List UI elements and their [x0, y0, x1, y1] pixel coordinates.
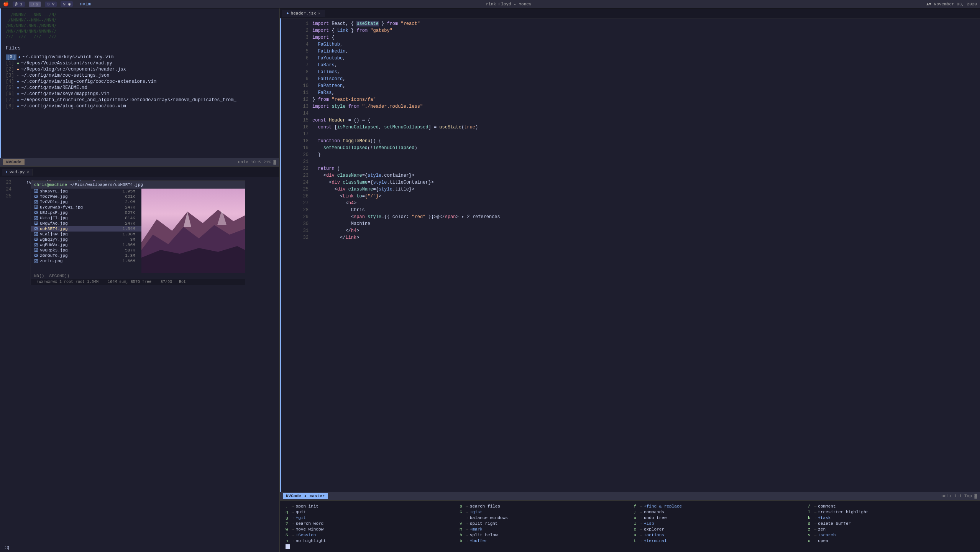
code-line: 17: [297, 131, 978, 138]
line-content: <div className={style.titleContainer}>: [312, 179, 976, 186]
kb-arrow: →: [640, 516, 643, 520]
line-number: 24: [2, 186, 15, 193]
line-number: 21: [299, 158, 312, 165]
line-number: 24: [299, 179, 312, 186]
code-line: 20 }: [297, 151, 978, 158]
vad-tab[interactable]: ● vad.py ✕: [2, 169, 33, 176]
cursor-block: _: [286, 544, 290, 549]
fm-row[interactable]: 🖼UMgEfAo.jpg247 K: [31, 221, 141, 226]
list-item[interactable]: [7] ♦ ~/Repos/data_structures_and_algori…: [6, 97, 273, 103]
nvim-top-area: /NNNN/---NNN---/N/ /NNNNN/--NNN--/NNN/ /…: [0, 8, 279, 158]
file-icon: ♦: [18, 55, 21, 59]
kb-key: l: [634, 521, 639, 526]
kb-key: d: [808, 521, 813, 526]
tab-close-button[interactable]: ✕: [26, 170, 29, 174]
list-item[interactable]: [0] ♦ ~/.config/nvim/keys/which-key.vim: [6, 54, 273, 60]
left-statusbar: NVCode unix 10:5 21% ▓: [0, 158, 279, 166]
kb-key: e: [634, 527, 639, 532]
file-list: [0] ♦ ~/.config/nvim/keys/which-key.vim …: [6, 54, 273, 109]
line-content: FaGithub,: [312, 41, 976, 48]
fm-row[interactable]: 🖼u7o3nwab7fy41.jpg247 K: [31, 205, 141, 210]
list-item[interactable]: [8] ♦ ~/.config/nvim/plug-config/coc/coc…: [6, 103, 273, 109]
code-line: 3 import {: [297, 34, 978, 41]
kb-arrow: →: [466, 539, 468, 543]
datetime: November 03, 2020: [934, 2, 977, 7]
fm-row-selected[interactable]: 🖼uoH3RT4.jpg1.54 M: [31, 226, 141, 232]
list-item[interactable]: [4] ♦ ~/.config/nvim/plug-config/coc/coc…: [6, 79, 273, 85]
fm-row[interactable]: 🖼UEJLpxP.jpg527 K: [31, 210, 141, 215]
tab-filename: vad.py: [10, 170, 25, 174]
tag-2[interactable]: □ 2: [29, 2, 41, 7]
kb-arrow: →: [466, 516, 468, 520]
kb-move-window: W → move window: [286, 527, 452, 532]
line-number: 9: [299, 76, 312, 82]
code-line: 19 setMenuCollapsed(!isMenuCollapsed): [297, 145, 978, 151]
kb-open: o → open: [808, 539, 974, 543]
command-line[interactable]: :q: [4, 545, 9, 550]
kb-lsp: l → +lsp: [634, 521, 800, 526]
list-item[interactable]: [5] ♦ ~/.config/nvim/README.md: [6, 85, 273, 91]
kb-arrow: →: [292, 510, 294, 514]
line-content: FaYoutube,: [312, 55, 976, 62]
line-number: 26: [299, 193, 312, 200]
line-content: <span style={{ color: "red" }}>@</span> …: [312, 214, 976, 220]
list-item[interactable]: [6] ♦ ~/.config/nvim/keys/mappings.vim: [6, 91, 273, 97]
line-content: FaRss,: [312, 89, 976, 96]
kb-action: +search: [818, 533, 836, 537]
kb-mark: m → +mark: [460, 527, 626, 532]
fm-row[interactable]: 🖼wgBqiyY.jpg3 M: [31, 237, 141, 242]
code-line: 1 import React, { useState } from "react…: [297, 20, 978, 27]
header-jsx-tab[interactable]: ● header.jsx ✕: [282, 10, 325, 17]
cursor-indicator: [280, 18, 281, 492]
line-number: 14: [299, 110, 312, 117]
kb-key: n: [286, 539, 290, 543]
fm-row[interactable]: 🖼y08Rpk3.jpg587 K: [31, 248, 141, 253]
kb-action: delete buffer: [818, 521, 851, 526]
kb-arrow: →: [640, 521, 643, 526]
list-item[interactable]: [2] ● ~/Repos/blog/src/components/header…: [6, 66, 273, 72]
kb-git: g → +git: [286, 516, 452, 520]
file-path: ~/.config/nvim/plug-config/coc/coc-exten…: [21, 79, 156, 84]
kb-delete-buffer: d → delete buffer: [808, 521, 974, 526]
fm-row[interactable]: 🖼shKsVrL.jpg1.95 M: [31, 189, 141, 194]
line-content: <div className={style.title}>: [312, 186, 976, 193]
kb-no-highlight: n → no highlight: [286, 539, 452, 543]
line-content: import style from "./header.module.less": [312, 103, 976, 110]
kb-task: k → +task: [808, 516, 974, 520]
branch-name: master: [310, 494, 325, 498]
tab-filename: header.jsx: [291, 11, 316, 16]
line-content: Chris: [312, 207, 976, 214]
kb-arrow: →: [292, 521, 294, 526]
file-path: ~/Repos/VoiceAssistant/src/vad.py: [21, 61, 112, 66]
fm-row[interactable]: 🖼T9o7FWe.jpg621 K: [31, 194, 141, 199]
fm-row[interactable]: 🖼VEaljKW.jpg1.38 M: [31, 232, 141, 237]
kb-gist: G → +gist: [460, 510, 626, 514]
tab-bar: ● vad.py ✕: [0, 167, 279, 177]
kb-arrow: →: [640, 527, 643, 532]
fm-row[interactable]: 🖼TvOVDlq.jpg2.9 M: [31, 199, 141, 205]
code-line: 30 Machine: [297, 220, 978, 227]
kb-action: zen: [818, 527, 826, 532]
kb-action: undo tree: [644, 516, 666, 520]
fm-row[interactable]: 🖼UktajFl.jpg814 K: [31, 215, 141, 221]
list-item[interactable]: [3] ○ ~/.config/nvim/coc-settings.json: [6, 72, 273, 79]
list-item[interactable]: [1] ♦ ~/Repos/VoiceAssistant/src/vad.py: [6, 60, 273, 66]
fm-row[interactable]: 🖼zGnGuT6.jpg1.8 M: [31, 253, 141, 258]
fm-row[interactable]: 🖼zorin.png1.66 M: [31, 258, 141, 264]
line-content: </Link>: [312, 234, 976, 241]
code-line: 8 FaTimes,: [297, 69, 978, 76]
line-number: 10: [299, 82, 312, 89]
code-line: 11 FaRss,: [297, 89, 978, 96]
fm-row[interactable]: 🖼wqBUWVx.jpg1.86 M: [31, 242, 141, 248]
kb-action: move window: [296, 527, 324, 532]
tag-1[interactable]: @ 1: [13, 2, 25, 7]
line-content: import {: [312, 34, 976, 41]
file-index: [5]: [6, 85, 15, 90]
tab-close-button[interactable]: ✕: [318, 11, 320, 16]
kb-arrow: →: [640, 533, 643, 537]
kb-arrow: →: [292, 539, 294, 543]
tag-3v[interactable]: 3 V: [45, 2, 57, 7]
kb-key: ;: [634, 510, 639, 514]
tag-9[interactable]: 9 ◉: [61, 1, 73, 7]
mode-indicator: NVCode: [3, 159, 25, 165]
